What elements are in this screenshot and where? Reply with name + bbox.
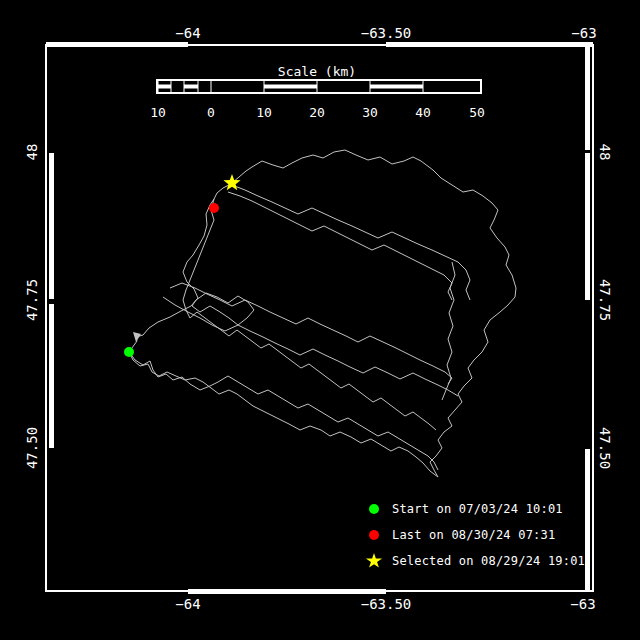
track-path	[183, 199, 436, 430]
scalebar-stripe	[184, 85, 198, 89]
legend-start-label: Start on 07/03/24 10:01	[392, 502, 563, 516]
axis-label-left-0: 48	[24, 144, 40, 161]
track-path	[163, 297, 458, 396]
axis-label-bottom-1: −63.50	[361, 596, 412, 612]
start-point-marker[interactable]	[124, 347, 134, 357]
scalebar-label-1: 0	[207, 105, 215, 120]
scalebar-label-2: 10	[256, 105, 272, 120]
scalebar-stripe	[158, 85, 171, 89]
scalebar-label-0: 10	[150, 105, 166, 120]
axis-label-right-1: 47.75	[597, 279, 613, 321]
map-border-segment	[585, 45, 590, 150]
scalebar-label-4: 30	[362, 105, 378, 120]
axis-label-top-2: −63	[571, 25, 596, 41]
map-border-segment	[49, 304, 54, 448]
map-border-segment	[585, 153, 590, 300]
legend-selected-label: Selected on 08/29/24 19:01	[392, 554, 585, 568]
axis-label-right-0: 48	[597, 144, 613, 161]
axis-label-right-2: 47.50	[597, 427, 613, 469]
legend-last-label: Last on 08/30/24 07:31	[392, 528, 555, 542]
track-path	[252, 150, 516, 297]
axis-label-left-2: 47.50	[24, 427, 40, 469]
scalebar-label-6: 50	[469, 105, 485, 120]
scalebar-outline	[157, 80, 481, 93]
track-map-plot[interactable]	[0, 0, 640, 640]
last-point-marker[interactable]	[209, 203, 219, 213]
selected-point-marker[interactable]	[223, 174, 240, 190]
axis-label-top-0: −64	[175, 25, 200, 41]
scalebar-label-3: 20	[309, 105, 325, 120]
legend-start-marker-icon	[369, 504, 379, 514]
scalebar-stripe	[370, 85, 423, 89]
track-path	[192, 293, 254, 325]
track-path	[170, 283, 452, 384]
axis-label-top-1: −63.50	[361, 25, 412, 41]
axis-label-left-1: 47.75	[24, 279, 40, 321]
map-border-segment	[49, 153, 54, 299]
track-path	[129, 167, 252, 352]
scalebar-label-5: 40	[415, 105, 431, 120]
axis-label-bottom-2: −63	[570, 596, 595, 612]
map-border-segment	[386, 42, 593, 47]
track-path	[129, 352, 438, 470]
track-map-window: −64 −63.50 −63 −64 −63.50 −63 48 47.75 4…	[0, 0, 640, 640]
legend-last-marker-icon	[369, 530, 379, 540]
track-path	[442, 262, 455, 400]
track-path	[228, 192, 452, 300]
map-border-segment	[46, 42, 188, 47]
track-path	[232, 185, 470, 300]
track-path	[129, 297, 515, 477]
scalebar-title: Scale (km)	[278, 64, 356, 79]
map-border-segment	[585, 449, 590, 592]
map-border-segment	[188, 589, 386, 594]
axis-label-bottom-0: −64	[175, 596, 200, 612]
scalebar-stripe	[264, 85, 317, 89]
